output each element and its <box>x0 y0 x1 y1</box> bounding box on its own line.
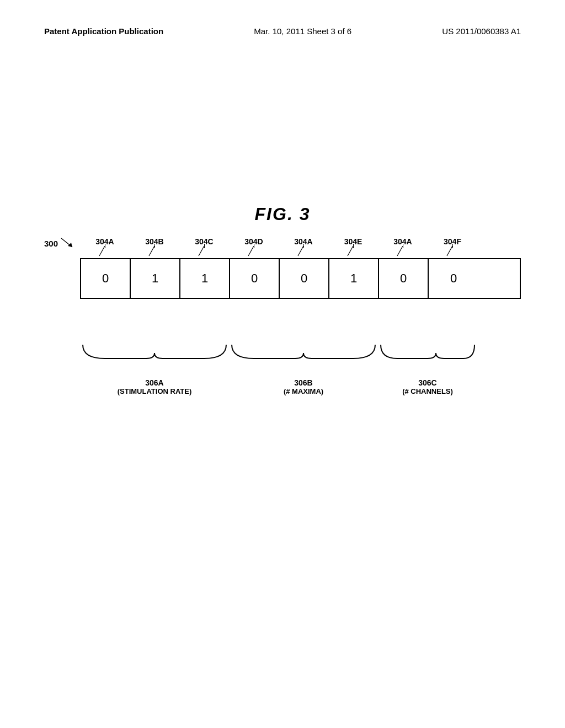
group-306A-desc: (STIMULATION RATE) <box>80 387 229 395</box>
label-line-1-icon <box>97 246 113 257</box>
group-306C-ref: 306C <box>378 378 477 387</box>
group-306C-label: 306C (# CHANNELS) <box>378 378 477 395</box>
cell-label-304E: 304E <box>328 237 378 246</box>
cell-label-304B: 304B <box>130 237 179 246</box>
bit-cell-0: 0 <box>81 259 131 298</box>
braces-section: 306A (STIMULATION RATE) 306B (# MAXIMA) … <box>80 342 521 395</box>
label-line-3-icon <box>196 246 212 257</box>
cell-label-304F: 304F <box>428 237 477 246</box>
svg-line-5 <box>248 246 254 256</box>
cell-label-304D: 304D <box>229 237 279 246</box>
ref-300-label: 300 <box>44 239 58 248</box>
group-labels-row: 306A (STIMULATION RATE) 306B (# MAXIMA) … <box>80 378 521 395</box>
label-line-2-icon <box>146 246 163 257</box>
group-306B-ref: 306B <box>229 378 378 387</box>
svg-line-4 <box>199 246 204 256</box>
brace-svg <box>80 342 477 375</box>
header-date-sheet: Mar. 10, 2011 Sheet 3 of 6 <box>254 26 351 36</box>
bit-cell-5: 1 <box>329 259 379 298</box>
page-header: Patent Application Publication Mar. 10, … <box>0 26 565 36</box>
group-306A-label: 306A (STIMULATION RATE) <box>80 378 229 395</box>
cell-label-304C: 304C <box>179 237 229 246</box>
label-line-4-icon <box>246 246 262 257</box>
svg-line-2 <box>99 246 105 256</box>
bit-cell-4: 0 <box>280 259 329 298</box>
svg-marker-1 <box>68 243 72 247</box>
bit-cells-section: 304A 304B 304C 304D <box>80 237 521 299</box>
label-line-8-icon <box>444 246 461 257</box>
group-306C-desc: (# CHANNELS) <box>378 387 477 395</box>
label-line-5-icon <box>295 246 312 257</box>
label-line-7-icon <box>395 246 411 257</box>
cell-labels-row: 304A 304B 304C 304D <box>80 237 521 246</box>
page: Patent Application Publication Mar. 10, … <box>0 0 565 728</box>
label-line-6-icon <box>345 246 361 257</box>
svg-line-3 <box>149 246 154 256</box>
cell-label-304A-1: 304A <box>80 237 130 246</box>
bit-cell-1: 1 <box>131 259 180 298</box>
figure-title: FIG. 3 <box>0 204 565 224</box>
bit-cell-2: 1 <box>180 259 230 298</box>
bit-cell-6: 0 <box>379 259 429 298</box>
bit-cell-3: 0 <box>230 259 280 298</box>
svg-line-7 <box>348 246 353 256</box>
group-306B-desc: (# MAXIMA) <box>229 387 378 395</box>
svg-line-6 <box>298 246 303 256</box>
group-306B-label: 306B (# MAXIMA) <box>229 378 378 395</box>
ref-300-arrow-icon <box>60 237 76 249</box>
header-publication-label: Patent Application Publication <box>44 26 163 36</box>
svg-line-9 <box>447 246 452 256</box>
header-patent-number: US 2011/0060383 A1 <box>442 26 521 36</box>
bit-cells-row: 0 1 1 0 0 1 0 0 <box>80 258 521 299</box>
svg-line-8 <box>397 246 403 256</box>
ref-300-group: 300 <box>44 237 76 249</box>
group-306A-ref: 306A <box>80 378 229 387</box>
cell-label-304A-3: 304A <box>378 237 428 246</box>
bit-cell-7: 0 <box>429 259 478 298</box>
cell-label-304A-2: 304A <box>279 237 328 246</box>
